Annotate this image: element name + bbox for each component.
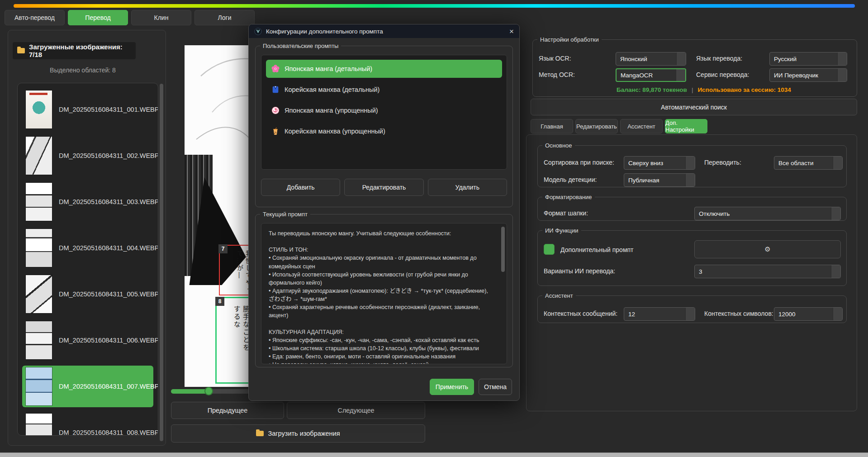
add-button[interactable]: Добавить	[261, 179, 340, 196]
image-list-item[interactable]: DM_20250516084311_002.WEBP	[22, 135, 153, 176]
image-list-item[interactable]: DM_20250516084311_001.WEBP	[22, 89, 153, 130]
prompt-textarea[interactable]: Ты переводишь японскую мангу. Учитывай с…	[261, 223, 507, 364]
image-list: DM_20250516084311_001.WEBP DM_2025051608…	[17, 83, 158, 436]
top-gradient-bar	[14, 4, 855, 8]
image-filename: DM_20250516084311_001.WEBP	[59, 106, 158, 113]
balance-text: Баланс: 89,870 токенов	[617, 86, 687, 93]
image-list-item[interactable]: DM_20250516084311_003.WEBP	[22, 181, 153, 223]
assistant-legend: Ассистент	[542, 292, 576, 299]
tab-extra-settings[interactable]: Доп. Настройки	[665, 119, 707, 133]
loaded-images-label: Загруженные изображения: 7/18	[29, 43, 136, 58]
folder-icon	[256, 431, 264, 436]
auto-search-button[interactable]: Автоматический поиск	[531, 99, 857, 115]
image-filename: DM_20250516084311_007.WEBP	[59, 383, 158, 390]
user-prompts-group: Пользовательские промпты Японская манга …	[255, 43, 513, 207]
ai-variants-label: Варианты ИИ перевода:	[544, 267, 615, 275]
image-list-item-selected[interactable]: DM_20250516084311_007.WEBP	[22, 366, 153, 407]
image-thumbnail	[26, 367, 52, 405]
image-thumbnail	[26, 321, 52, 359]
tab-auto-translate[interactable]: Авто-перевод	[5, 10, 65, 25]
image-list-item[interactable]: DM_20250516084311_008.WEBP	[22, 412, 153, 436]
edit-button[interactable]: Редактировать	[344, 179, 423, 196]
extra-prompt-checkbox[interactable]	[544, 244, 555, 255]
processing-settings-group: Настройки обработки Язык OCR: Японский Я…	[532, 36, 857, 97]
app-logo-icon	[254, 28, 262, 35]
previous-button[interactable]: Предыдущее	[171, 402, 284, 419]
extra-prompt-label: Дополнительный промпт	[560, 246, 634, 253]
tab-assistant[interactable]: Ассистент	[620, 119, 663, 133]
ocr-method-select[interactable]: MangaOCR	[616, 68, 686, 82]
translate-scope-select[interactable]: Все области	[774, 156, 843, 170]
cancel-button[interactable]: Отмена	[479, 379, 512, 395]
assistant-group: Ассистент Контекстных сообщений: 12 Конт…	[537, 292, 847, 323]
tab-logs[interactable]: Логи	[194, 10, 255, 25]
prompt-item-label: Японская манга (детальный)	[285, 65, 372, 72]
prompt-list-item-selected[interactable]: Японская манга (детальный)	[266, 60, 502, 78]
context-messages-field[interactable]: 12	[624, 307, 695, 321]
image-thumbnail	[26, 183, 52, 221]
prompt-item-label: Японская манга (упрощенный)	[285, 107, 378, 114]
ai-functions-legend: ИИ Функции	[542, 227, 581, 234]
image-list-item[interactable]: DM_20250516084311_004.WEBP	[22, 227, 153, 269]
header-format-label: Формат шапки:	[544, 209, 588, 217]
image-list-item[interactable]: DM_20250516084311_006.WEBP	[22, 319, 153, 361]
ai-variants-field[interactable]: 3	[694, 265, 841, 278]
header-format-select[interactable]: Отключить	[694, 207, 841, 220]
prompt-config-button[interactable]: ⚙	[694, 240, 841, 258]
next-button[interactable]: Следующее	[287, 402, 425, 419]
detection-model-select[interactable]: Публичная	[624, 173, 695, 187]
region-badge-8: 8	[215, 297, 224, 306]
settings-tab-bar: Главная Редактировать Ассистент Доп. Нас…	[531, 119, 707, 133]
image-thumbnail	[26, 137, 52, 175]
translation-service-select[interactable]: ИИ Переводчик	[769, 68, 847, 82]
region-badge-7: 7	[218, 244, 228, 253]
ocr-language-select[interactable]: Японский	[616, 52, 686, 66]
close-icon[interactable]: ×	[509, 28, 514, 35]
tab-edit[interactable]: Редактировать	[575, 119, 618, 133]
detection-model-label: Модель детекции:	[544, 176, 597, 183]
formatting-group: Форматирование Формат шапки: Отключить	[537, 194, 847, 221]
image-list-item[interactable]: DM_20250516084311_005.WEBP	[22, 273, 153, 315]
translate-scope-label: Переводить:	[704, 159, 741, 166]
status-bar	[0, 452, 868, 457]
image-filename: DM_20250516084311_008.WEBP	[59, 429, 158, 436]
swirl-icon	[271, 106, 280, 114]
main-settings-group: Основное Сортировка при поиске: Сверху в…	[537, 142, 847, 187]
sidebar-scrollbar[interactable]	[160, 84, 163, 441]
load-images-button[interactable]: Загрузить изображения	[171, 424, 425, 443]
processing-settings-legend: Настройки обработки	[537, 36, 602, 43]
image-filename: DM_20250516084311_002.WEBP	[59, 152, 158, 159]
current-prompt-legend: Текущий промпт	[260, 211, 310, 218]
settings-panel: Настройки обработки Язык OCR: Японский Я…	[525, 30, 862, 446]
tab-translate[interactable]: Перевод	[68, 10, 128, 25]
main-settings-legend: Основное	[542, 142, 575, 149]
prompt-item-label: Корейская манхва (упрощенный)	[285, 128, 385, 135]
slider-thumb[interactable]	[204, 387, 213, 395]
translation-language-select[interactable]: Русский	[769, 52, 847, 66]
prompt-list-item[interactable]: Японская манга (упрощенный)	[266, 101, 502, 119]
delete-button[interactable]: Удалить	[428, 179, 507, 196]
prompt-list-item[interactable]: Корейская манхва (детальный)	[266, 81, 502, 99]
search-sort-label: Сортировка при поиске:	[544, 159, 614, 166]
translation-service-label: Сервис перевода:	[696, 71, 749, 78]
user-prompts-legend: Пользовательские промпты	[260, 43, 341, 49]
prompt-list-item[interactable]: Корейская манхва (упрощенный)	[266, 122, 502, 140]
prompt-scrollbar[interactable]	[501, 227, 505, 272]
folder-icon	[17, 48, 25, 53]
formatting-legend: Форматирование	[542, 194, 595, 200]
token-balance-line: Баланс: 89,870 токенов|Использовано за с…	[617, 86, 791, 93]
image-filename: DM_20250516084311_003.WEBP	[59, 198, 158, 205]
annotation-text-8: 勝手なことをするな	[232, 305, 251, 352]
image-thumbnail	[26, 414, 52, 436]
sakura-icon	[271, 65, 280, 73]
context-symbols-field[interactable]: 12000	[774, 307, 843, 321]
search-sort-select[interactable]: Сверху вниз	[624, 156, 695, 170]
image-filename: DM_20250516084311_005.WEBP	[59, 290, 158, 298]
main-tab-bar: Авто-перевод Перевод Клин Логи	[5, 10, 255, 25]
tab-main[interactable]: Главная	[531, 119, 573, 133]
app-window: Авто-перевод Перевод Клин Логи Загруженн…	[0, 0, 868, 457]
ocr-method-label: Метод OCR:	[539, 71, 575, 78]
apply-button[interactable]: Применить	[430, 379, 474, 395]
context-symbols-label: Контекстных символов:	[704, 310, 773, 317]
tab-clean[interactable]: Клин	[131, 10, 191, 25]
